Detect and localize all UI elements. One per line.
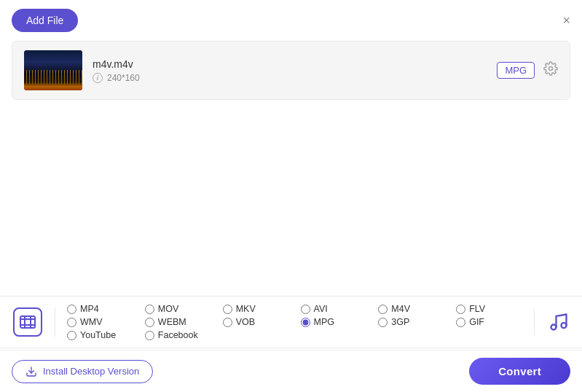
format-option-m4v[interactable]: M4V [378,304,456,314]
format-label-wmv: WMV [80,317,103,327]
format-radio-flv[interactable] [456,305,465,314]
format-label-mpg: MPG [314,317,334,327]
format-label-facebook: Facebook [158,330,198,340]
bottom-bar: Install Desktop Version Convert [0,350,582,392]
format-radio-mkv[interactable] [223,305,232,314]
format-option-mpg[interactable]: MPG [301,317,379,327]
format-label-m4v: M4V [391,304,410,314]
top-bar: Add File × [0,0,582,41]
format-radio-m4v[interactable] [378,305,388,314]
format-radio-3gp[interactable] [378,318,388,327]
info-icon: i [93,73,103,83]
file-resolution: 240*160 [107,73,140,83]
format-option-webm[interactable]: WEBM [145,317,223,327]
thumbnail-image [24,50,82,90]
install-desktop-button[interactable]: Install Desktop Version [12,360,153,383]
music-format-icon[interactable] [546,309,570,335]
video-format-icon[interactable] [13,307,42,337]
format-option-wmv[interactable]: WMV [67,317,145,327]
format-option-vob[interactable]: VOB [223,317,301,327]
format-radio-gif[interactable] [456,318,465,327]
close-button[interactable]: × [562,14,570,27]
thumbnail-lights [24,70,82,85]
format-option-flv[interactable]: FLV [456,304,534,314]
file-name: m4v.m4v [93,58,487,70]
svg-point-7 [561,323,566,328]
format-badge-button[interactable]: MPG [497,62,535,79]
format-radio-avi[interactable] [301,305,310,314]
svg-rect-1 [20,316,35,328]
format-selector: MP4 MOV MKV AVI M4V FLV WMV WEBM [0,296,582,348]
format-option-mp4[interactable]: MP4 [67,304,145,314]
svg-point-0 [549,67,553,71]
format-option-youtube[interactable]: YouTube [67,330,145,340]
format-label-youtube: YouTube [80,330,116,340]
format-radio-mov[interactable] [145,305,154,314]
format-label-vob: VOB [236,317,255,327]
add-file-button[interactable]: Add File [12,9,78,32]
format-radio-youtube[interactable] [67,331,76,340]
format-option-mkv[interactable]: MKV [223,304,301,314]
format-label-webm: WEBM [158,317,186,327]
format-radio-mp4[interactable] [67,305,76,314]
file-item: m4v.m4v i 240*160 MPG [12,42,570,99]
format-label-gif: GIF [469,317,484,327]
format-radio-webm[interactable] [145,318,154,327]
format-icon-area [12,307,55,337]
format-label-mp4: MP4 [80,304,99,314]
format-radio-facebook[interactable] [145,331,154,340]
format-label-avi: AVI [314,304,328,314]
format-radio-vob[interactable] [223,318,232,327]
format-option-avi[interactable]: AVI [301,304,379,314]
format-option-3gp[interactable]: 3GP [378,317,456,327]
svg-point-6 [551,325,556,330]
format-label-mov: MOV [158,304,178,314]
file-info: m4v.m4v i 240*160 [93,58,487,83]
convert-button[interactable]: Convert [469,358,570,385]
download-icon [25,366,37,377]
main-content-area [0,100,582,267]
settings-icon[interactable] [543,61,558,79]
format-option-gif[interactable]: GIF [456,317,534,327]
format-option-mov[interactable]: MOV [145,304,223,314]
format-radio-mpg[interactable] [301,318,310,327]
file-meta: i 240*160 [93,73,487,83]
file-list-area: m4v.m4v i 240*160 MPG [12,41,570,100]
format-label-3gp: 3GP [391,317,409,327]
format-radio-wmv[interactable] [67,318,76,327]
format-option-facebook[interactable]: Facebook [145,330,223,340]
format-label-flv: FLV [469,304,485,314]
format-label-mkv: MKV [236,304,256,314]
install-label: Install Desktop Version [43,366,139,377]
file-thumbnail [24,50,82,90]
format-grid: MP4 MOV MKV AVI M4V FLV WMV WEBM [67,304,534,340]
music-icon-area [534,309,570,335]
file-actions: MPG [497,61,558,79]
